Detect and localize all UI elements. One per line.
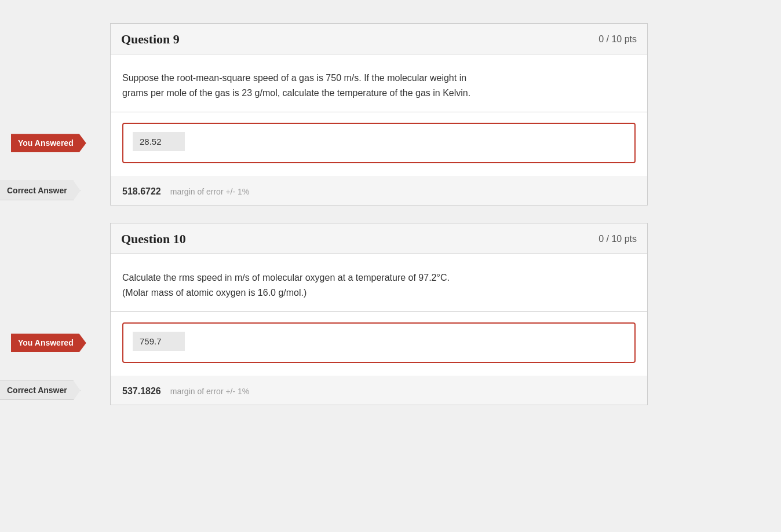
answer-input-box-10: 759.7 [122, 322, 636, 363]
you-answered-row-10: You Answered 759.7 [122, 322, 636, 363]
question-text-10: Calculate the rms speed in m/s of molecu… [122, 270, 636, 300]
user-answer-value-10: 759.7 [133, 332, 185, 351]
question-points-9: 0 / 10 pts [598, 34, 637, 45]
question-points-10: 0 / 10 pts [598, 234, 637, 244]
question-header-10: Question 10 0 / 10 pts [111, 223, 647, 254]
answer-section-9: You Answered 28.52 [111, 112, 647, 176]
correct-answer-value-9: 518.6722 [122, 186, 161, 197]
answer-input-box-9: 28.52 [122, 123, 636, 163]
question-title-9: Question 9 [121, 32, 180, 47]
question-body-10: Calculate the rms speed in m/s of molecu… [111, 254, 647, 312]
question-block-10: Question 10 0 / 10 pts Calculate the rms… [110, 223, 648, 405]
you-answered-label-10: You Answered [11, 333, 86, 352]
question-card-10: Question 10 0 / 10 pts Calculate the rms… [110, 223, 648, 405]
you-answered-label-9: You Answered [11, 134, 86, 152]
correct-answer-value-10: 537.1826 [122, 386, 161, 397]
question-card-9: Question 9 0 / 10 pts Suppose the root-m… [110, 23, 648, 206]
correct-answer-content-10: 537.1826 margin of error +/- 1% [111, 386, 261, 397]
question-wrapper: Question 9 0 / 10 pts Suppose the root-m… [0, 17, 781, 411]
user-answer-value-9: 28.52 [133, 132, 185, 151]
question-text-9: Suppose the root-mean-square speed of a … [122, 71, 636, 100]
you-answered-row-9: You Answered 28.52 [122, 123, 636, 163]
correct-answer-label-9: Correct Answer [0, 181, 81, 200]
question-header-9: Question 9 0 / 10 pts [111, 24, 647, 54]
page-container: Question 9 0 / 10 pts Suppose the root-m… [0, 12, 781, 532]
question-body-9: Suppose the root-mean-square speed of a … [111, 54, 647, 112]
correct-answer-content-9: 518.6722 margin of error +/- 1% [111, 186, 261, 197]
question-block-9: Question 9 0 / 10 pts Suppose the root-m… [110, 23, 648, 206]
margin-of-error-9: margin of error +/- 1% [170, 187, 250, 196]
correct-answer-row-9: Correct Answer 518.6722 margin of error … [111, 176, 647, 205]
margin-of-error-10: margin of error +/- 1% [170, 387, 250, 396]
question-title-10: Question 10 [121, 232, 186, 247]
correct-answer-row-10: Correct Answer 537.1826 margin of error … [111, 376, 647, 405]
answer-section-10: You Answered 759.7 [111, 312, 647, 376]
correct-answer-label-10: Correct Answer [0, 380, 81, 400]
